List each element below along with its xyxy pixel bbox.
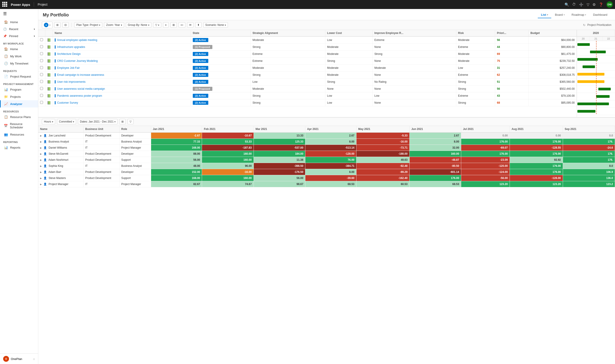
row-checkbox[interactable] [38, 78, 45, 85]
project-name-link[interactable]: Architecture Design [57, 52, 81, 55]
row-name: Annual employee update meeting [53, 36, 191, 44]
expand-btn[interactable]: ▶ [40, 183, 42, 185]
project-name-link[interactable]: Pandemic awareness poster program [57, 94, 102, 97]
add-icon[interactable]: ➕ [579, 2, 584, 7]
settings-icon[interactable]: ⚙ [592, 2, 596, 7]
row-priority: 51 [495, 78, 529, 85]
expand-btn[interactable]: ▶ [40, 177, 42, 179]
expand-button[interactable]: ⊞ [54, 22, 61, 28]
expand-btn[interactable]: ▶ [40, 141, 42, 143]
row-state: (1) Proposed [191, 44, 251, 51]
resource-value-cell: 160.00 [202, 175, 253, 181]
project-name-link[interactable]: Customer Survey [57, 101, 78, 104]
grid-icon[interactable] [2, 2, 8, 7]
project-name-link[interactable]: Annual employee update meeting [57, 39, 97, 42]
row-checkbox[interactable] [38, 85, 45, 92]
sidebar-item-home[interactable]: 🏠 Home [0, 18, 38, 26]
expand-btn[interactable]: ▶ [40, 134, 42, 137]
grid-view-btn[interactable]: ⊞ [170, 22, 177, 28]
sidebar-item-resource-scheduler[interactable]: 📅 Resource Scheduler [0, 120, 38, 131]
tab-list[interactable]: List ▾ [538, 12, 551, 18]
sidebar-item-home2[interactable]: 🏠 Home [0, 45, 38, 52]
resource-table-wrap[interactable]: Name Business Unit Role Jan 2021 Feb 202… [38, 126, 615, 364]
hours-dropdown[interactable]: Hours ▾ [42, 119, 55, 124]
plan-type-dropdown[interactable]: Plan Type: Project ▾ [74, 22, 102, 28]
export-btn[interactable]: ⬆ [195, 22, 202, 28]
tab-roadmap[interactable]: Roadmap ▾ [568, 12, 589, 18]
row-checkbox[interactable] [38, 58, 45, 65]
sidebar-item-my-work[interactable]: 📋 My Work [0, 52, 38, 60]
refresh-icon[interactable]: ↻ [583, 23, 586, 27]
committed-dropdown[interactable]: Committed ▾ [57, 119, 76, 124]
project-icon: 📗 [47, 52, 51, 56]
expand-btn[interactable]: ▶ [40, 165, 42, 167]
row-checkbox[interactable] [38, 71, 45, 78]
zoom-dropdown[interactable]: Zoom: Year ▾ [104, 22, 124, 28]
filter-btn2[interactable]: ▽ [127, 119, 134, 124]
list-view-btn[interactable]: ≡ [163, 22, 169, 28]
group-by-dropdown[interactable]: Group By: None ▾ [126, 22, 151, 28]
resource-bu-cell: Product Development [83, 151, 119, 157]
resource-value-cell: -120.00 [461, 163, 510, 169]
collapse-button[interactable]: ⊟ [62, 22, 69, 28]
sidebar-item-resource-plans[interactable]: 📋 Resource Plans [0, 113, 38, 120]
add-button[interactable]: + ▾ [42, 22, 53, 28]
scenario-dropdown[interactable]: Scenario: None ▾ [203, 22, 228, 28]
row-checkbox[interactable] [38, 51, 45, 58]
project-name-link[interactable]: Infrastructure upgrades [57, 45, 85, 49]
filter-icon[interactable]: ▽ [587, 2, 589, 7]
expand-btn[interactable]: ▶ [40, 153, 42, 155]
filter-dropdown[interactable]: ▽ ▾ [153, 22, 161, 28]
expand-btn[interactable]: ▶ [40, 171, 42, 173]
project-name-link[interactable]: User awareness social media campaign [57, 87, 105, 90]
grid-view-btn2[interactable]: ⊞ [119, 119, 126, 124]
nav-collapse-btn[interactable]: ☰ [0, 9, 38, 18]
row-checkbox[interactable] [38, 36, 45, 44]
search-icon[interactable]: 🔍 [565, 2, 569, 7]
row-checkbox[interactable] [38, 92, 45, 99]
dates-dropdown[interactable]: Dates: Jan 2021 - Dec 2021 ▾ [78, 119, 118, 124]
sidebar-item-project-request[interactable]: 📄 Project Request [0, 73, 38, 80]
sidebar-item-analyzer[interactable]: 📈 Analyzer [0, 100, 38, 107]
expand-btn[interactable]: ▶ [40, 147, 42, 149]
project-name-link[interactable]: Email campaign to increase awareness [57, 73, 104, 77]
row-checkbox[interactable] [38, 99, 45, 106]
expand-btn[interactable]: ▶ [40, 159, 42, 161]
group-view-btn[interactable]: ⊷ [179, 22, 185, 28]
resource-value-cell: 32.00 [409, 145, 461, 151]
person-icon: 👤 [43, 140, 47, 143]
email-btn[interactable]: ✉ [187, 22, 194, 28]
resource-value-cell: 123.2 [563, 181, 615, 187]
timer-icon[interactable]: ⏱ [572, 2, 576, 7]
project-name-link[interactable]: Employee Job Fair [57, 66, 80, 69]
sidebar-item-program[interactable]: 📊 Program [0, 86, 38, 93]
tab-board[interactable]: Board ▾ [552, 12, 568, 18]
sidebar-item-recent[interactable]: 🕐 Recent ▾ [0, 26, 38, 33]
portfolio-toolbar: + ▾ ⊞ ⊟ Plan Type: Project ▾ Zoom: Year … [38, 20, 615, 30]
row-state: (2) Active [191, 36, 251, 44]
row-checkbox[interactable] [38, 65, 45, 71]
tab-dashboard[interactable]: Dashboard [590, 12, 611, 18]
resource-value-cell: -23.09 [461, 157, 510, 163]
reports-icon: 📊 [4, 146, 8, 149]
sidebar-item-my-timesheet[interactable]: 🕐 My Timesheet [0, 60, 38, 67]
resource-value-cell: 2.67 [305, 132, 356, 139]
help-icon[interactable]: ❓ [599, 2, 603, 7]
row-risk: Strong [456, 85, 495, 92]
resource-value-cell: 176.00 [510, 163, 563, 169]
sidebar-item-reports[interactable]: 📊 Reports [0, 144, 38, 151]
user-avatar[interactable]: DW [606, 1, 613, 8]
resource-value-cell: 92.92 [510, 157, 563, 163]
sidebar-item-resources[interactable]: 👥 Resources [0, 131, 38, 138]
sidebar-item-projects[interactable]: 📁 Projects [0, 93, 38, 100]
sidebar-item-pinned[interactable]: 📌 Pinned ▾ [0, 33, 38, 39]
project-name-link[interactable]: User risk improvements [57, 80, 85, 83]
project-name-link[interactable]: CRO Customer Journey Modeling [57, 59, 98, 63]
resource-value-cell: 123.20 [510, 181, 563, 187]
portfolio-table-wrap[interactable]: Name State Strategic Alignment Lower Cos… [38, 30, 577, 117]
row-state: (2) Active [191, 65, 251, 71]
chevron-down-icon: ▾ [114, 120, 115, 123]
row-checkbox[interactable] [38, 44, 45, 51]
resource-value-cell: 68.53 [409, 181, 461, 187]
resource-role-cell: Developer [119, 132, 151, 139]
